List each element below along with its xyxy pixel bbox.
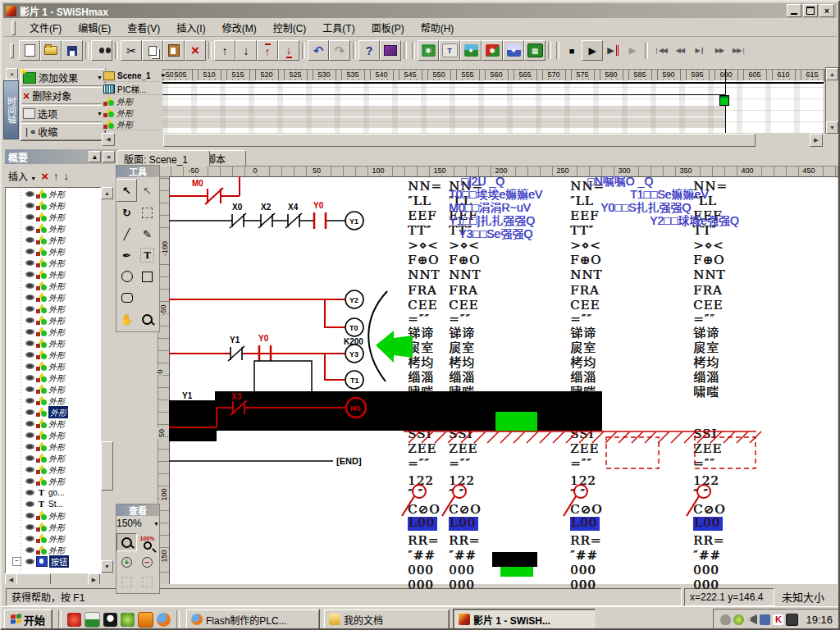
zoom-dropdown-icon[interactable]: ▼ [153,521,159,527]
play-button[interactable]: ▶ [582,40,603,61]
visibility-eye-icon[interactable] [25,214,34,220]
outline-down-button[interactable]: ↓ [64,170,70,182]
outline-title-bar[interactable]: 概要 ▲ × [5,149,118,164]
outline-item[interactable]: 外形 [6,199,102,211]
select-tool[interactable]: ↖ [116,179,137,202]
transform-tool[interactable]: ↻ [117,202,136,223]
options-button[interactable]: 选项 ▼ [20,104,106,123]
insert-scene-button[interactable]: ✱ [418,40,439,61]
quicklaunch-icon-5[interactable] [138,612,153,628]
outline-item[interactable]: 外形 [6,544,102,555]
visibility-eye-icon[interactable] [25,524,34,530]
camera-icon[interactable] [786,614,798,626]
step-back-button[interactable]: ◀◀ [670,41,690,60]
open-button[interactable] [40,40,62,61]
add-effect-button[interactable]: 添加效果 ▼ [20,68,106,87]
visibility-eye-icon[interactable] [25,409,34,415]
tray-icon-2[interactable] [733,614,744,625]
outline-item[interactable]: 外形 [6,395,102,406]
taskbar-task-2[interactable]: 我的文档 [323,609,450,630]
taskbar-task-1[interactable]: Flash制作的PLC... [185,609,320,630]
outline-item[interactable]: 外形 [6,234,102,245]
minimize-button[interactable] [787,4,801,17]
layer-row-pic[interactable]: PIC梯... [102,83,163,95]
visibility-eye-icon[interactable] [25,467,34,472]
outline-item[interactable]: 外形 [6,349,102,360]
outline-item[interactable]: 外形 [6,211,102,222]
move-down-button[interactable]: ↓ [235,40,257,61]
outline-item[interactable]: 外形 [6,268,102,280]
quicklaunch-icon-1[interactable] [67,613,81,627]
outline-item[interactable]: 外形 [6,314,102,326]
move-up-button[interactable]: ↑ [214,40,235,61]
visibility-eye-icon[interactable] [25,421,34,427]
taskbar-task-active[interactable]: 影片 1 - SWiSH... [453,609,596,630]
guide-button[interactable] [380,40,401,61]
subselect-tool[interactable]: ↖ [138,180,157,201]
insert-button[interactable]: 插入 ▼ [8,169,36,183]
visibility-eye-icon[interactable] [25,490,34,495]
visibility-eye-icon[interactable] [25,536,34,541]
undo-button[interactable]: ↶ [308,40,329,61]
text-tool[interactable]: T [138,244,157,266]
outline-item[interactable]: 外形 [6,418,102,429]
outline-hscrollbar[interactable]: ◀ ▶ [5,573,100,585]
menu-item[interactable]: 文件(F) [22,19,69,36]
visibility-eye-icon[interactable] [25,386,34,392]
outline-tree[interactable]: 外形外形外形外形外形外形外形外形外形外形外形外形外形外形外形外形外形外形外形外形… [5,187,102,574]
bring-front-button[interactable]: ↑ [257,40,278,61]
tree-expander[interactable]: − [12,557,21,566]
visibility-eye-icon[interactable] [25,432,34,438]
layers-scroll-left-button[interactable]: ◀ [102,133,115,146]
visibility-eye-icon[interactable] [25,547,34,553]
visibility-eye-icon[interactable] [25,260,34,266]
insert-movie-button[interactable]: ▦ [524,40,546,61]
visibility-eye-icon[interactable] [25,317,34,323]
visibility-eye-icon[interactable] [25,340,34,346]
insert-button-button[interactable]: ✦ [503,40,524,61]
cut-button[interactable]: ✂ [121,40,142,61]
visibility-eye-icon[interactable] [25,237,34,243]
go-start-button[interactable]: ❘◀◀ [651,41,670,60]
outline-item[interactable]: 外形 [6,521,102,532]
copy-button[interactable] [142,40,163,61]
layer-row-shape[interactable]: 外形 [102,95,163,107]
visibility-eye-icon[interactable] [25,444,34,450]
outline-item[interactable]: 外形 [6,372,102,383]
outline-item[interactable]: 外形 [6,222,102,234]
zoom-out-button[interactable]: − [138,554,157,570]
scroll-down-button[interactable]: ▼ [101,560,113,573]
outline-item[interactable]: 外形 [6,291,102,303]
quicklaunch-firefox-icon[interactable] [157,613,171,627]
collapse-button[interactable]: ❘« 收缩 [20,122,106,141]
outline-item[interactable]: 外形 [6,452,102,463]
keyframe-marker[interactable] [719,95,729,106]
context-help-button[interactable]: ? [358,40,380,61]
menu-item[interactable]: 面板(P) [364,19,412,36]
outline-item[interactable]: 外形 [6,463,102,475]
step-forward-button[interactable]: ▶▶ [710,41,729,60]
play-timeline-button[interactable]: ▶ [603,41,623,60]
network-icon[interactable] [760,614,770,625]
zoom-tool[interactable] [138,308,157,330]
outline-item[interactable]: 外形 [6,245,102,257]
outline-up-button[interactable]: ↑ [53,170,59,182]
new-button[interactable] [19,40,40,61]
visibility-eye-icon[interactable] [25,513,34,518]
close-button[interactable]: × [819,4,834,17]
outline-item[interactable]: 外形 [6,406,102,418]
outline-item[interactable]: 外形 [6,326,102,337]
paste-button[interactable] [163,40,185,61]
outline-item[interactable]: Tgo... [6,486,102,498]
ellipse-tool[interactable] [117,266,136,287]
menu-item[interactable]: 编辑(E) [71,19,118,36]
quicklaunch-qq-icon[interactable] [103,613,117,627]
outline-item[interactable]: 外形 [6,383,102,395]
insert-text-button[interactable]: T [439,40,460,61]
pan-tool[interactable]: ✋ [117,308,136,330]
visibility-eye-icon[interactable] [25,283,34,289]
outline-item[interactable]: −按钮 [6,555,102,567]
outline-vscrollbar[interactable]: ▲ ▼ [101,187,113,573]
outline-delete-button[interactable]: × [41,169,48,183]
send-back-button[interactable]: ↓ [278,40,299,61]
